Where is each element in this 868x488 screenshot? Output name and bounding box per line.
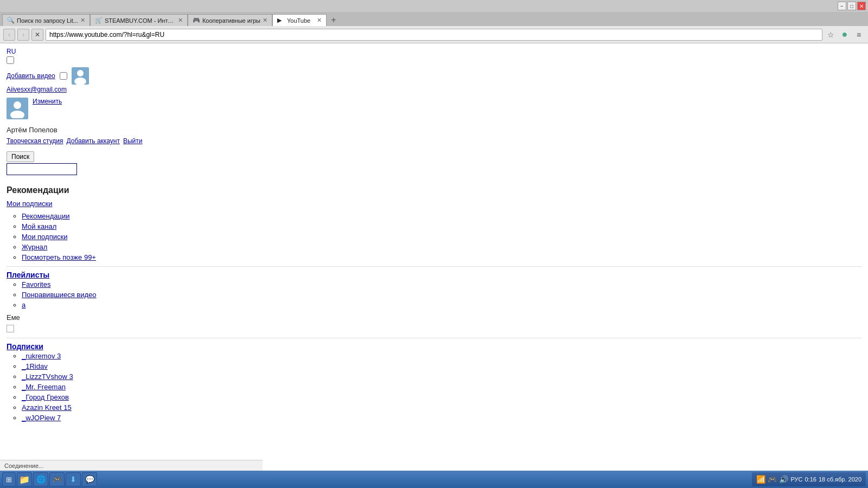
close-button[interactable]: ✕ bbox=[857, 2, 866, 10]
sub-item-my-subscriptions: Мои подписки bbox=[22, 232, 861, 242]
sub-item-recommendations: Рекомендации bbox=[22, 211, 861, 221]
svg-point-2 bbox=[14, 101, 21, 109]
creative-studio-link[interactable]: Творческая студия bbox=[7, 137, 63, 145]
taskbar-steam-btn[interactable]: 🎮 bbox=[49, 472, 65, 486]
add-video-link[interactable]: Добавить видео bbox=[7, 72, 55, 80]
steam-tray-icon: 🎮 bbox=[768, 475, 777, 484]
subscription-channels-list: _rukremov 3 _1Ridav _LizzzTVshow 3 _Mr. … bbox=[7, 351, 861, 423]
language-button[interactable]: RU bbox=[7, 48, 21, 55]
divider-2 bbox=[7, 338, 861, 338]
my-subscriptions-link[interactable]: Мои подписки bbox=[7, 200, 52, 208]
tab-youtube[interactable]: ▶ YouTube ✕ bbox=[272, 14, 327, 26]
audio-icon: 🔊 bbox=[779, 475, 788, 484]
chrome-icon[interactable]: ● bbox=[839, 29, 851, 41]
start-button[interactable]: ⊞ bbox=[2, 472, 16, 486]
sub-link-recommendations[interactable]: Рекомендации bbox=[22, 212, 70, 220]
tab-favicon-youtube: ▶ bbox=[277, 17, 285, 24]
channel-link-rukremov[interactable]: _rukremov 3 bbox=[22, 352, 61, 360]
playlist-link-favorites[interactable]: Favorites bbox=[22, 280, 50, 288]
torrent-icon: ⬇ bbox=[70, 475, 76, 484]
search-button[interactable]: Поиск bbox=[7, 151, 34, 162]
tab-steambuy[interactable]: 🛒 STEAMBUY.COM - Инте... ✕ bbox=[90, 14, 188, 26]
divider-1 bbox=[7, 266, 861, 267]
sub-item-my-channel: Мой канал bbox=[22, 221, 861, 232]
svg-point-0 bbox=[77, 70, 84, 76]
nav-item-playlists: Плейлисты Favorites Понравившиеся видео … bbox=[7, 269, 861, 312]
playlists-link[interactable]: Плейлисты bbox=[7, 271, 49, 279]
channel-link-azazin[interactable]: Azazin Kreet 15 bbox=[22, 403, 72, 412]
taskbar-skype-btn[interactable]: 💬 bbox=[82, 472, 97, 486]
playlist-item-liked: Понравившиеся видео bbox=[22, 290, 861, 300]
tab-bar: 🔍 Поиск по запросу Lit... ✕ 🛒 STEAMBUY.C… bbox=[0, 12, 868, 26]
svg-point-1 bbox=[74, 78, 86, 85]
person-icon-small bbox=[72, 67, 89, 85]
channel-link-mr-freeman[interactable]: _Mr. Freeman bbox=[22, 383, 66, 391]
connecting-text: Соединение... bbox=[4, 463, 43, 469]
reload-button[interactable]: ✕ bbox=[31, 29, 43, 41]
back-button[interactable]: ‹ bbox=[3, 29, 15, 41]
taskbar-chrome-btn[interactable]: 🌐 bbox=[33, 472, 48, 486]
bookmark-icon[interactable]: ☆ bbox=[825, 29, 837, 41]
add-account-link[interactable]: Добавить аккаунт bbox=[67, 137, 120, 145]
minimize-button[interactable]: − bbox=[838, 2, 846, 10]
sub-link-my-channel[interactable]: Мой канал bbox=[22, 222, 56, 230]
time-display: 0:16 bbox=[805, 476, 816, 483]
new-tab-button[interactable]: + bbox=[327, 14, 341, 26]
user-avatar-small-button[interactable] bbox=[72, 67, 89, 85]
subscriptions-section-title[interactable]: Подписки bbox=[7, 342, 43, 351]
tab-close-coop[interactable]: ✕ bbox=[263, 17, 267, 24]
search-input[interactable] bbox=[7, 163, 77, 175]
add-video-checkbox[interactable] bbox=[60, 72, 67, 80]
address-input[interactable] bbox=[46, 29, 822, 41]
channel-link-gorod-grekhov[interactable]: _Город Грехов bbox=[22, 393, 69, 401]
tab-coop[interactable]: 🎮 Кооперативные игры ✕ bbox=[188, 14, 272, 26]
email-link[interactable]: Aiivesxx@gmail.com bbox=[7, 86, 861, 93]
channel-link-lizztvshow[interactable]: _LizzzTVshow 3 bbox=[22, 373, 73, 381]
eme-label: Еме bbox=[7, 313, 20, 322]
channel-link-wjopiew[interactable]: _wJOPiew 7 bbox=[22, 414, 61, 422]
tab-label-search: Поиск по запросу Lit... bbox=[17, 17, 78, 24]
channel-item-1ridav: _1Ridav bbox=[22, 361, 861, 371]
tab-favicon-search: 🔍 bbox=[7, 17, 15, 24]
user-header: Добавить видео bbox=[7, 67, 861, 85]
sub-link-my-subscriptions[interactable]: Мои подписки bbox=[22, 233, 67, 241]
taskbar-files-btn[interactable]: 📁 bbox=[17, 472, 32, 486]
account-links: Творческая студия Добавить аккаунт Выйти bbox=[7, 137, 861, 145]
channel-link-1ridav[interactable]: _1Ridav bbox=[22, 362, 48, 370]
change-avatar-link[interactable]: Изменить bbox=[33, 98, 62, 105]
taskbar-torrent-btn[interactable]: ⬇ bbox=[66, 472, 81, 486]
search-section: Поиск bbox=[7, 151, 861, 175]
tab-search[interactable]: 🔍 Поиск по запросу Lit... ✕ bbox=[2, 14, 90, 26]
sub-link-watch-later[interactable]: Посмотреть позже 99+ bbox=[22, 253, 96, 261]
logout-link[interactable]: Выйти bbox=[123, 137, 143, 145]
playlist-link-liked[interactable]: Понравившиеся видео bbox=[22, 291, 97, 299]
windows-icon: ⊞ bbox=[6, 476, 12, 484]
tab-label-steam: STEAMBUY.COM - Инте... bbox=[105, 17, 176, 24]
sub-link-journal[interactable]: Журнал bbox=[22, 243, 47, 251]
tab-label-coop: Кооперативные игры bbox=[202, 17, 260, 24]
tab-close-search[interactable]: ✕ bbox=[80, 17, 85, 24]
taskbar-tray: 📶 🎮 🔊 РУС 0:16 18 сб.ябр. 2020 bbox=[752, 472, 866, 486]
lang-checkbox[interactable] bbox=[7, 56, 14, 64]
placeholder-checkbox[interactable] bbox=[7, 325, 14, 332]
tab-close-steam[interactable]: ✕ bbox=[178, 17, 183, 24]
profile-avatar[interactable] bbox=[7, 98, 28, 119]
steam-icon: 🎮 bbox=[53, 475, 62, 484]
playlist-link-a[interactable]: а bbox=[22, 301, 25, 309]
channel-item-wjopiew: _wJOPiew 7 bbox=[22, 413, 861, 423]
tab-close-youtube[interactable]: ✕ bbox=[317, 17, 322, 24]
recommendations-title: Рекомендации bbox=[7, 185, 861, 195]
title-bar: − □ ✕ bbox=[0, 0, 868, 12]
title-bar-buttons: − □ ✕ bbox=[838, 2, 866, 10]
profile-name: Артём Попелов bbox=[7, 126, 861, 134]
nav-list: Рекомендации Мои подписки Рекомендации М… bbox=[7, 182, 861, 425]
forward-button[interactable]: › bbox=[17, 29, 29, 41]
playlist-item-favorites: Favorites bbox=[22, 279, 861, 290]
sub-items-list: Рекомендации Мой канал Мои подписки Журн… bbox=[7, 211, 861, 262]
maximize-button[interactable]: □ bbox=[847, 2, 856, 10]
network-icon: 📶 bbox=[756, 475, 765, 484]
browser-chrome: − □ ✕ 🔍 Поиск по запросу Lit... ✕ 🛒 STEA… bbox=[0, 0, 868, 43]
playlist-item-a: а bbox=[22, 300, 861, 310]
menu-icon[interactable]: ≡ bbox=[853, 29, 865, 41]
channel-item-mr-freeman: _Mr. Freeman bbox=[22, 382, 861, 392]
